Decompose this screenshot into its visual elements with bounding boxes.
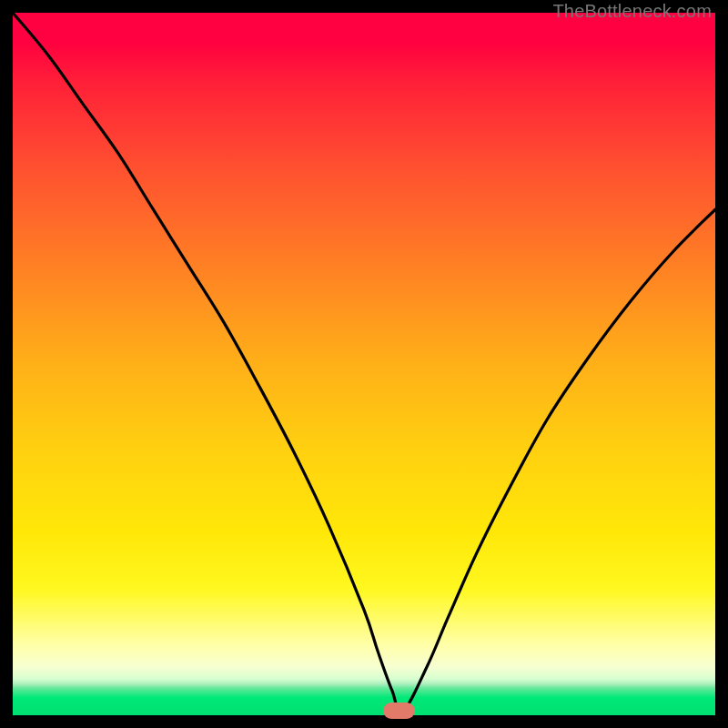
- chart-container: TheBottleneck.com: [0, 0, 728, 728]
- attribution-text: TheBottleneck.com: [552, 1, 712, 22]
- optimum-marker: [383, 703, 415, 719]
- bottleneck-curve: [13, 13, 715, 715]
- plot-area: [13, 13, 715, 715]
